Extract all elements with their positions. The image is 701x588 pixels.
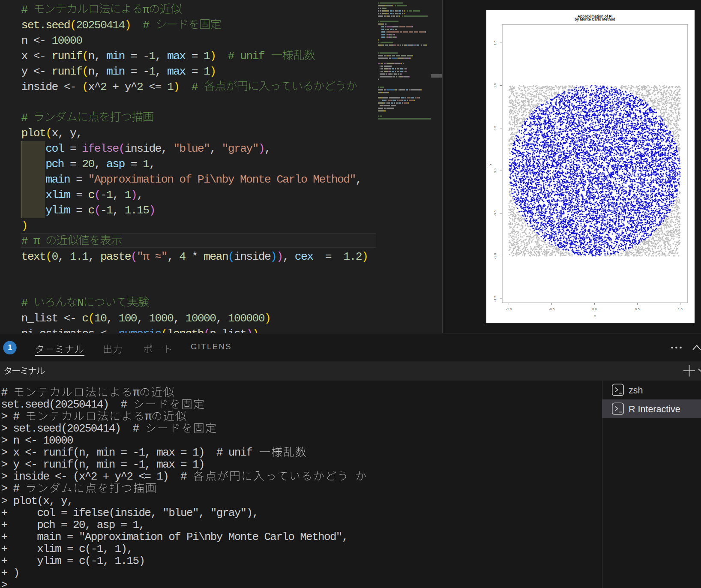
svg-text:0.5: 0.5 [493, 126, 497, 131]
svg-text:1.0: 1.0 [493, 83, 497, 88]
svg-text:0.5: 0.5 [635, 307, 640, 311]
svg-text:1.0: 1.0 [678, 307, 683, 311]
svg-text:y: y [488, 164, 492, 165]
svg-text:by Monte Carlo Method: by Monte Carlo Method [575, 17, 615, 21]
svg-text:1: 1 [8, 343, 12, 352]
svg-text:-1.0: -1.0 [493, 253, 497, 259]
svg-text:-0.5: -0.5 [493, 210, 497, 216]
svg-text:-0.5: -0.5 [549, 307, 555, 311]
svg-text:R Interactive: R Interactive [629, 404, 680, 414]
svg-text:0.0: 0.0 [493, 168, 497, 173]
svg-text:-1.5: -1.5 [493, 296, 497, 302]
svg-text:0.0: 0.0 [592, 307, 597, 311]
svg-text:1.5: 1.5 [493, 40, 497, 45]
svg-text:zsh: zsh [629, 385, 643, 396]
svg-text:x: x [594, 314, 596, 318]
svg-text:-1.0: -1.0 [506, 307, 512, 311]
